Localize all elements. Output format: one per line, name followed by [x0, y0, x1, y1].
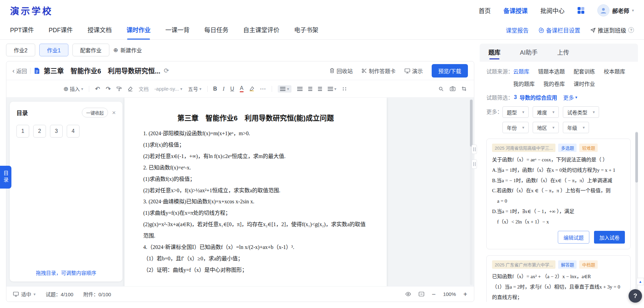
prep-settings-link[interactable]: 备课栏目设置 — [539, 26, 580, 34]
question-tags: 2025 广东省广州市第六中学... 解答题 中档题 — [492, 260, 625, 269]
bold-button[interactable]: B — [213, 86, 217, 92]
source-my-papers[interactable]: 我的卷库 — [543, 80, 565, 88]
user-menu[interactable]: 郝老师 ▾ — [597, 4, 634, 16]
doc-line: 4.（2024·新课标全国Ⅰ）已知函数f（x）=ln x/(2-x)+ax+b（… — [143, 242, 368, 253]
more-formats-button[interactable]: ⋯ — [260, 86, 266, 92]
bullet-list-button[interactable] — [297, 87, 303, 91]
undo-button[interactable]: ↶ — [95, 86, 100, 92]
source-my-bank[interactable]: 我的题库 — [513, 80, 535, 88]
italic-button[interactable]: I — [223, 86, 224, 92]
tab-ppt[interactable]: PPT课件 — [10, 21, 34, 40]
highlight-button[interactable] — [249, 86, 254, 91]
new-homework-button[interactable]: ⊕ 新建作业 — [113, 46, 142, 54]
scroll-top-button[interactable]: ▴ — [637, 278, 644, 285]
insert-button[interactable]: ⊕ 插入 ▾ — [63, 85, 83, 92]
option-d: D.当a = 1时，∃x∈（ − 1，+∞ ），满足 f（x）< 2ln（x +… — [492, 206, 625, 227]
doc-scrollbar[interactable] — [470, 99, 473, 285]
crop-button[interactable] — [462, 86, 467, 91]
numbered-list-button[interactable] — [308, 87, 312, 91]
doc-line: 1. (2024·邵阳模拟)设函数f(x)=m(x+1)eˣ，m>0. — [143, 128, 368, 139]
align-select[interactable]: ▾ — [278, 85, 291, 93]
source-cloud-bank[interactable]: 云题库 — [513, 67, 529, 75]
nav-review-center[interactable]: 批阅中心 — [540, 6, 565, 15]
toc-item-4[interactable]: 4 — [67, 125, 79, 138]
doc-style-select[interactable]: 文档 — [139, 85, 149, 92]
toc-collapse-all-button[interactable]: 一键收起 — [82, 108, 108, 117]
collapse-handle-bottom[interactable] — [472, 159, 477, 169]
tab-ebookshelf[interactable]: 电子书架 — [294, 21, 318, 40]
homework-tab-1[interactable]: 作业1 — [39, 44, 68, 56]
outdent-button[interactable] — [318, 87, 322, 91]
source-homework[interactable]: 课时作业 — [574, 80, 595, 88]
tab-pdf[interactable]: PDF课件 — [49, 21, 73, 40]
tab-teaching-doc[interactable]: 授课文档 — [88, 21, 112, 40]
fit-mode-select[interactable]: 适中 ▾ — [13, 291, 36, 298]
panel-tab-upload[interactable]: 上传 — [557, 44, 569, 62]
filter-paper-type[interactable]: 试卷类型▾ — [563, 106, 599, 118]
source-mistake-book[interactable]: 错题本选题 — [538, 67, 565, 75]
font-size-select[interactable]: 五号 ▾ — [188, 85, 201, 92]
screenshot-button[interactable] — [450, 86, 455, 91]
toc-item-1[interactable]: 1 — [16, 125, 29, 138]
homework-tab-2[interactable]: 作业2 — [6, 44, 35, 56]
line-spacing-icon — [328, 87, 333, 91]
filter-more-link[interactable]: 更多 ▾ — [563, 93, 577, 101]
toc-side-tab[interactable]: 目录 — [0, 166, 11, 189]
font-color-button[interactable]: A — [240, 85, 244, 92]
underline-button[interactable]: U — [230, 86, 234, 92]
find-replace-button[interactable] — [438, 86, 444, 92]
eraser-button[interactable] — [127, 86, 133, 92]
filter-topic[interactable]: 导数的综合应用 — [520, 93, 557, 101]
recycle-bin-button[interactable]: 回收站 — [329, 67, 353, 75]
tab-daily-task[interactable]: 每日任务 — [204, 21, 228, 40]
tab-homework[interactable]: 课时作业 — [126, 21, 151, 40]
nav-lesson-prep[interactable]: 备课授课 — [503, 6, 528, 15]
question-count: 试题：4/100 — [46, 291, 73, 298]
filter-region[interactable]: 地区▾ — [533, 122, 559, 133]
panel-scrollbar[interactable] — [635, 132, 638, 302]
camera-icon — [450, 86, 455, 91]
font-family-select[interactable]: -apple-sy... ▾ — [154, 86, 182, 92]
class-report-link[interactable]: 课堂报告 — [506, 26, 529, 34]
add-to-paper-button[interactable]: 加入试卷 — [594, 231, 625, 244]
symbol-grid-button[interactable] — [342, 87, 347, 91]
chevron-down-icon: ▾ — [334, 87, 336, 91]
line-spacing-button[interactable]: ▾ — [328, 87, 336, 91]
answer-sheet-button[interactable]: 制作答题卡 — [362, 67, 396, 75]
source-matching-training[interactable]: 配套训练 — [574, 67, 595, 75]
filter-question-type[interactable]: 题型▾ — [502, 106, 529, 118]
present-button[interactable]: 演示 — [405, 67, 423, 75]
zoom-out-button[interactable]: − — [432, 291, 436, 298]
plus-circle-icon: ⊕ — [63, 86, 68, 92]
collapse-handle-top[interactable] — [472, 145, 477, 154]
tab-class-eval[interactable]: 自主课堂评价 — [243, 21, 279, 40]
source-school-bank[interactable]: 校本题库 — [604, 67, 625, 75]
toc-item-2[interactable]: 2 — [33, 125, 46, 138]
push-help-icon[interactable]: ? — [628, 27, 634, 33]
filter-difficulty[interactable]: 难度▾ — [533, 106, 559, 118]
doc-scrollbar-thumb[interactable] — [470, 100, 473, 147]
homework-tab-matching[interactable]: 配套作业 — [72, 44, 109, 56]
push-to-class-button[interactable]: 推送到班级 ? — [590, 26, 634, 34]
toc-item-3[interactable]: 3 — [50, 125, 63, 138]
help-button[interactable]: ? — [629, 289, 642, 303]
format-painter-button[interactable] — [116, 86, 122, 92]
tab-recite[interactable]: 一课一背 — [165, 21, 190, 40]
redo-button[interactable]: ↷ — [106, 86, 111, 92]
eye-icon[interactable] — [405, 292, 411, 297]
panel-tab-ai-assistant[interactable]: AI助手 — [520, 44, 538, 62]
nav-home[interactable]: 首页 — [479, 6, 491, 15]
apps-grid-icon[interactable] — [577, 7, 585, 14]
zoom-in-button[interactable]: + — [463, 291, 467, 298]
fit-page-icon[interactable] — [419, 292, 424, 297]
back-button[interactable]: ‹ 返回 — [12, 67, 27, 75]
panel-scrollbar-thumb[interactable] — [635, 132, 638, 183]
refresh-icon[interactable]: ⟳ — [164, 67, 169, 74]
close-icon[interactable]: × — [112, 109, 116, 116]
filter-year[interactable]: 年份▾ — [502, 122, 529, 133]
panel-tab-question-bank[interactable]: 题库 — [488, 44, 500, 62]
preview-download-button[interactable]: 预览/下载 — [432, 64, 468, 78]
chevron-down-icon: ▾ — [199, 87, 201, 91]
filter-grade[interactable]: 年级▾ — [563, 122, 589, 133]
edit-question-button[interactable]: 编辑试题 — [558, 231, 589, 244]
